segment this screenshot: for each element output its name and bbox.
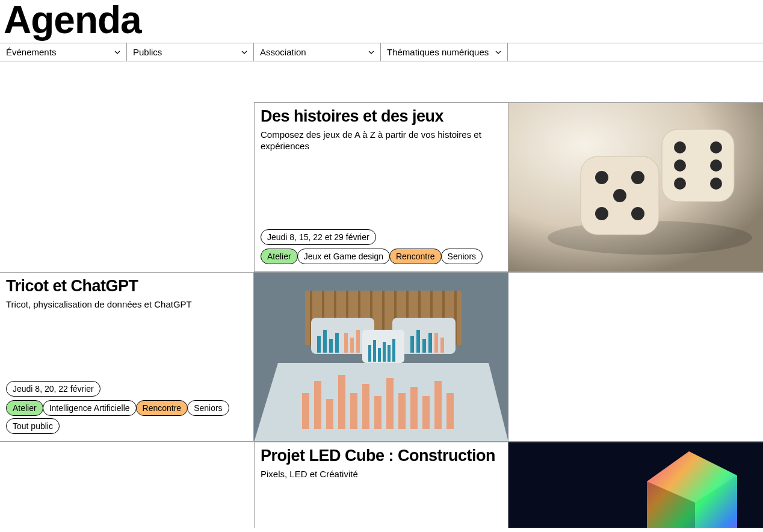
event-card[interactable]: Des histoires et des jeux Composez des j… [254,102,508,272]
empty-cell [0,442,254,528]
empty-cell [508,272,763,442]
svg-point-11 [674,159,686,172]
event-card[interactable]: Tricot et ChatGPT Tricot, physicalisatio… [0,272,254,442]
event-tag[interactable]: Seniors [441,249,483,264]
svg-point-14 [710,178,722,190]
event-title: Tricot et ChatGPT [6,277,247,295]
svg-rect-61 [378,348,381,362]
svg-point-4 [631,171,644,184]
event-tag[interactable]: Seniors [187,400,229,416]
filter-evenements[interactable]: Événements [0,43,127,61]
svg-rect-63 [388,345,391,362]
events-grid: Des histoires et des jeux Composez des j… [0,102,763,528]
chevron-down-icon [495,49,501,55]
svg-point-9 [674,141,686,153]
event-tag[interactable]: Tout public [6,418,60,434]
event-desc: Tricot, physicalisation de données et Ch… [6,299,247,311]
svg-rect-36 [338,375,345,429]
svg-rect-44 [434,381,442,429]
filter-publics[interactable]: Publics [127,43,254,61]
svg-rect-46 [317,336,321,353]
svg-rect-35 [326,399,333,429]
event-tag[interactable]: Atelier [261,249,298,264]
svg-point-10 [710,141,722,153]
svg-rect-58 [440,338,444,353]
svg-rect-62 [383,342,386,362]
svg-rect-47 [323,330,327,353]
chevron-down-icon [114,49,120,55]
svg-rect-45 [446,393,454,429]
svg-point-13 [674,178,686,190]
filter-label: Thématiques numériques [387,47,489,57]
svg-point-12 [710,159,722,172]
chevron-down-icon [241,49,247,55]
svg-rect-33 [302,393,309,429]
event-tag[interactable]: Intelligence Artificielle [43,400,137,416]
event-card[interactable]: Projet LED Cube : Construction Pixels, L… [254,442,508,528]
svg-point-7 [631,207,644,220]
event-date: Jeudi 8, 15, 22 et 29 février [261,229,376,245]
svg-rect-43 [422,396,430,429]
event-tag[interactable]: Rencontre [389,249,442,264]
filters-bar: Événements Publics Association Thématiqu… [0,43,763,61]
svg-rect-51 [416,330,420,353]
svg-rect-49 [335,333,339,353]
svg-rect-53 [428,333,432,353]
event-title: Projet LED Cube : Construction [261,447,502,465]
filter-label: Association [260,47,306,57]
svg-rect-39 [374,396,382,429]
svg-rect-42 [410,387,418,429]
svg-point-3 [595,171,608,184]
event-image [508,102,763,272]
svg-rect-54 [344,333,348,353]
event-image [508,442,763,528]
svg-point-6 [595,207,608,220]
filter-label: Événements [6,47,56,57]
svg-rect-34 [314,381,321,429]
svg-rect-60 [373,340,376,362]
filter-label: Publics [133,47,162,57]
svg-rect-55 [350,338,354,353]
event-tag[interactable]: Jeux et Game design [297,249,390,264]
filter-association[interactable]: Association [254,43,381,61]
chevron-down-icon [368,49,374,55]
svg-rect-8 [662,129,734,202]
event-desc: Composez des jeux de A à Z à partir de v… [261,129,502,152]
event-date: Jeudi 8, 20, 22 février [6,381,100,397]
event-desc: Pixels, LED et Créativité [261,469,502,480]
svg-rect-38 [362,384,369,429]
svg-rect-40 [386,378,394,429]
svg-rect-57 [434,333,438,353]
svg-rect-41 [398,393,406,429]
svg-rect-64 [392,339,395,362]
svg-rect-52 [422,339,426,353]
empty-cell [0,102,254,272]
svg-rect-48 [329,339,333,353]
svg-rect-56 [356,330,360,353]
svg-rect-50 [410,336,414,353]
event-tag[interactable]: Atelier [6,400,43,416]
svg-point-5 [613,189,626,202]
svg-rect-59 [368,345,371,362]
event-tag[interactable]: Rencontre [136,400,188,416]
event-title: Des histoires et des jeux [261,108,502,126]
svg-rect-37 [350,393,357,429]
page-title: Agenda [0,0,763,43]
filter-thematiques[interactable]: Thématiques numériques [381,43,508,61]
event-image [254,272,508,442]
